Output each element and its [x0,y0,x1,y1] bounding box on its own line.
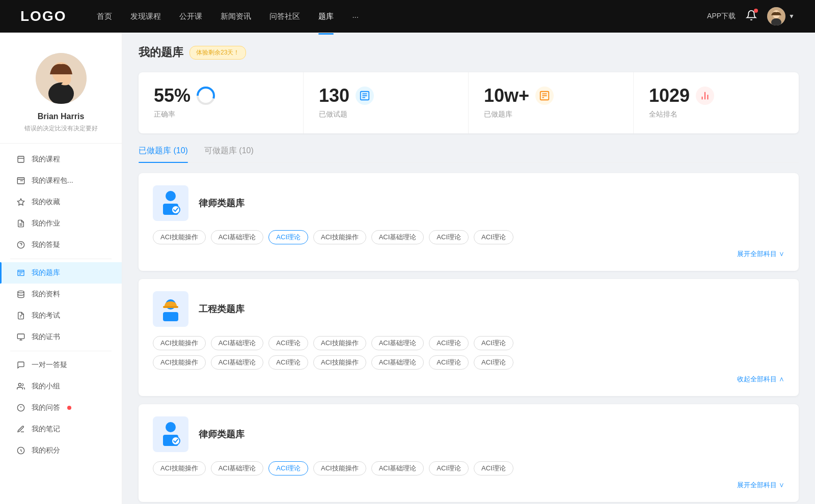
svg-point-45 [166,191,176,201]
nav-news[interactable]: 新闻资讯 [221,10,251,23]
done-banks-icon [535,87,554,105]
stat-accuracy-label: 正确率 [154,110,288,119]
tag-item[interactable]: ACI理论 [429,461,469,475]
header-right: APP下载 ▼ [707,7,795,25]
sidebar-item-points[interactable]: 我的积分 [0,440,122,461]
user-avatar-menu[interactable]: ▼ [767,7,795,25]
bank-item-1-expand[interactable]: 展开全部科目 ∨ [153,249,784,259]
tag-item[interactable]: ACI技能操作 [313,355,366,370]
tag-item-selected[interactable]: ACI理论 [268,230,308,244]
bank-item-1-title: 律师类题库 [199,197,244,209]
tag-item[interactable]: ACI技能操作 [153,336,206,350]
header: LOGO 首页 发现课程 公开课 新闻资讯 问答社区 题库 ··· APP下载 [0,0,815,33]
svg-point-27 [18,383,21,386]
sidebar-item-course[interactable]: 我的课程 [0,149,122,170]
stat-done-questions: 130 已做试题 [304,72,469,133]
points-icon [16,446,25,455]
tag-item[interactable]: ACI技能操作 [313,336,366,350]
bank-item-2-icon [153,291,188,327]
qa-notification-dot [67,406,71,410]
sidebar-item-bank[interactable]: 我的题库 [0,262,122,284]
tag-item[interactable]: ACI理论 [474,336,513,350]
nav-open-course[interactable]: 公开课 [179,10,202,23]
tag-item[interactable]: ACI基础理论 [211,355,264,370]
svg-marker-12 [17,199,24,205]
tag-item-selected[interactable]: ACI理论 [268,461,308,475]
sidebar-item-notes[interactable]: 我的笔记 [0,418,122,440]
trial-badge: 体验剩余23天！ [189,46,246,60]
stat-done-banks-value: 10w+ [484,87,529,105]
tag-item[interactable]: ACI理论 [474,355,513,370]
svg-rect-49 [163,312,178,321]
tag-item[interactable]: ACI理论 [429,336,469,350]
nav-qa[interactable]: 问答社区 [269,10,300,23]
tag-item[interactable]: ACI理论 [474,461,513,475]
tag-item[interactable]: ACI基础理论 [371,336,424,350]
stat-done-banks-row: 10w+ [484,87,618,105]
bank-item-2: 工程类题库 ACI技能操作 ACI基础理论 ACI理论 ACI技能操作 ACI基… [139,279,799,396]
svg-point-21 [18,291,24,293]
sidebar-item-one-one[interactable]: 一对一答疑 [0,354,122,376]
nav-bank[interactable]: 题库 [318,10,334,23]
stat-done-questions-value: 130 [319,87,349,105]
bank-icon [16,268,25,277]
bank-item-1: 律师类题库 ACI技能操作 ACI基础理论 ACI理论 ACI技能操作 ACI基… [139,173,799,271]
tag-item[interactable]: ACI基础理论 [211,336,264,350]
stat-done-banks: 10w+ 已做题库 [469,72,634,133]
bank-item-3: 律师类题库 ACI技能操作 ACI基础理论 ACI理论 ACI技能操作 ACI基… [139,404,799,502]
profile-name: Brian Harris [38,112,85,121]
tag-item[interactable]: ACI理论 [429,355,469,370]
notification-dot [754,9,758,13]
sidebar-item-data[interactable]: 我的资料 [0,284,122,305]
bank-item-3-expand[interactable]: 展开全部科目 ∨ [153,481,784,490]
sidebar: Brian Harris 错误的决定比没有决定要好 我的课程 我的课程包... [0,33,122,504]
stat-ranking-label: 全站排名 [649,110,783,119]
nav-more[interactable]: ··· [352,10,359,23]
svg-rect-6 [18,156,24,162]
tab-available[interactable]: 可做题库 (10) [204,146,254,162]
sidebar-item-homework[interactable]: 我的作业 [0,213,122,234]
tag-item[interactable]: ACI基础理论 [371,230,424,244]
svg-point-51 [166,422,176,432]
tag-item[interactable]: ACI技能操作 [313,230,366,244]
tab-done[interactable]: 已做题库 (10) [139,146,188,162]
stat-ranking-row: 1029 [649,87,783,105]
sidebar-item-package[interactable]: 我的课程包... [0,170,122,191]
tag-item[interactable]: ACI理论 [268,336,308,350]
sidebar-item-my-qa[interactable]: 我的问答 [0,397,122,418]
one-one-icon [16,360,25,370]
avatar [767,7,785,25]
sidebar-item-qa[interactable]: 我的答疑 [0,234,122,256]
sidebar-item-cert[interactable]: 我的证书 [0,326,122,348]
nav-discover[interactable]: 发现课程 [130,10,161,23]
bank-tabs: 已做题库 (10) 可做题库 (10) [139,146,799,163]
sidebar-item-exam[interactable]: 我的考试 [0,305,122,326]
tag-item[interactable]: ACI技能操作 [153,355,206,370]
nav-home[interactable]: 首页 [97,10,112,23]
done-questions-icon [356,87,374,105]
bank-item-3-tags: ACI技能操作 ACI基础理论 ACI理论 ACI技能操作 ACI基础理论 AC… [153,461,784,475]
tag-item[interactable]: ACI基础理论 [371,355,424,370]
question-icon [16,240,25,249]
app-download-link[interactable]: APP下载 [707,12,736,21]
tag-item[interactable]: ACI技能操作 [153,461,206,475]
notification-bell[interactable] [746,10,757,23]
tag-item[interactable]: ACI基础理论 [211,461,264,475]
bank-item-1-tags: ACI技能操作 ACI基础理论 ACI理论 ACI技能操作 ACI基础理论 AC… [153,230,784,244]
tag-item[interactable]: ACI基础理论 [211,230,264,244]
page-layout: Brian Harris 错误的决定比没有决定要好 我的课程 我的课程包... [0,33,815,504]
tag-item[interactable]: ACI基础理论 [371,461,424,475]
tag-item[interactable]: ACI技能操作 [153,230,206,244]
bank-item-2-collapse[interactable]: 收起全部科目 ∧ [153,375,784,384]
homework-icon [16,219,25,228]
sidebar-item-favorites[interactable]: 我的收藏 [0,191,122,213]
stat-done-questions-row: 130 [319,87,453,105]
bank-item-2-tags-row2: ACI技能操作 ACI基础理论 ACI理论 ACI技能操作 ACI基础理论 AC… [153,355,784,370]
accuracy-pie-chart [197,87,215,105]
tag-item[interactable]: ACI技能操作 [313,461,366,475]
tag-item[interactable]: ACI理论 [429,230,469,244]
tag-item[interactable]: ACI理论 [474,230,513,244]
sidebar-item-group[interactable]: 我的小组 [0,376,122,397]
page-header: 我的题库 体验剩余23天！ [139,45,799,60]
tag-item[interactable]: ACI理论 [268,355,308,370]
